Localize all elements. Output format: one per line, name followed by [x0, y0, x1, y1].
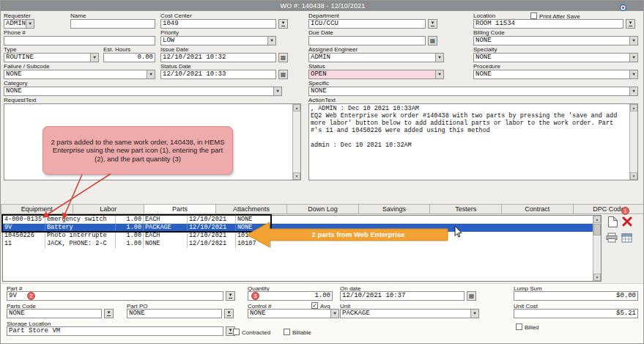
phone-input[interactable]: [4, 36, 155, 45]
tab-dpc-code[interactable]: DPC Code: [573, 204, 644, 214]
tab-down-log[interactable]: Down Log: [286, 204, 358, 214]
chevron-down-icon[interactable]: ▼: [629, 70, 637, 78]
parts-code-lookup-button[interactable]: ▼: [104, 309, 114, 318]
part-po-input[interactable]: NONE: [127, 309, 222, 318]
parts-code-input[interactable]: NONE: [7, 309, 102, 318]
calendar-icon: ▦: [430, 38, 436, 44]
procedure-select[interactable]: NONE▼: [473, 70, 638, 79]
issue-date-calendar-button[interactable]: ▦: [278, 53, 288, 62]
scrollbar-thumb[interactable]: [593, 224, 601, 235]
on-date-input[interactable]: 12/10/2021 10:37: [340, 291, 465, 301]
annotation-badge-1: 1: [621, 207, 629, 215]
scroll-down-icon[interactable]: ▼: [593, 274, 601, 281]
billable-checkbox[interactable]: [284, 329, 290, 335]
tab-attachments[interactable]: Attachments: [215, 204, 287, 214]
new-part-button[interactable]: [606, 215, 619, 228]
location-input[interactable]: ROOM 11534: [473, 19, 623, 29]
tab-bar: Equipment Labor Parts Attachments Down L…: [1, 204, 644, 214]
avg-checkbox[interactable]: ✓: [311, 302, 318, 309]
status-date-label: Status Date: [160, 63, 191, 70]
status-select[interactable]: OPEN▼: [308, 70, 444, 79]
delete-part-button[interactable]: [621, 215, 634, 228]
lookup-arrow-icon: ▼: [227, 311, 232, 316]
tab-equipment[interactable]: Equipment: [1, 204, 73, 214]
tab-contract[interactable]: Contract: [501, 204, 573, 214]
cost-center-lookup-button[interactable]: ▼: [278, 19, 288, 29]
priority-select[interactable]: LOW▼: [160, 36, 276, 45]
control-number-select[interactable]: NONE▼: [248, 309, 339, 318]
tab-parts[interactable]: Parts: [144, 204, 215, 214]
scroll-up-icon[interactable]: ▲: [293, 104, 300, 111]
quantity-input[interactable]: 1.00: [248, 291, 333, 301]
part-number-lookup-button[interactable]: ▼: [226, 291, 235, 301]
print-after-save-checkbox[interactable]: [530, 12, 537, 19]
parts-row[interactable]: 11 JACK, PHONE: 2-C 1.00 NONE 12/10/2021…: [3, 240, 593, 248]
storage-location-input[interactable]: Part Store VM: [7, 326, 223, 336]
calendar-icon: ▦: [281, 72, 286, 78]
type-select[interactable]: ROUTINE▼: [4, 53, 99, 62]
parts-row-selected[interactable]: 9V Battery 1.00 PACKAGE 12/10/2021 NONE: [3, 224, 593, 232]
specialty-label: Specialty: [473, 46, 497, 53]
scroll-down-icon[interactable]: ▼: [630, 172, 637, 180]
billing-code-select[interactable]: NONE▼: [473, 36, 638, 45]
grid-view-button[interactable]: [620, 231, 633, 244]
scroll-up-icon[interactable]: ▲: [593, 216, 601, 223]
due-date-calendar-button[interactable]: ▦: [428, 36, 437, 45]
cost-center-input[interactable]: 1049: [160, 19, 276, 29]
parts-grid-scrollbar[interactable]: ▲ ▼: [593, 216, 601, 281]
requester-select[interactable]: ADMIN▼: [4, 19, 34, 29]
chevron-down-icon[interactable]: ▼: [330, 310, 338, 318]
specific-select[interactable]: NONE▼: [308, 87, 638, 96]
issue-date-input[interactable]: 12/10/2021 10:32: [160, 53, 276, 62]
unit-cost-input[interactable]: $5.21: [514, 309, 638, 318]
tab-savings[interactable]: Savings: [358, 204, 430, 214]
chevron-down-icon[interactable]: ▼: [90, 54, 98, 62]
chevron-down-icon[interactable]: ▼: [273, 87, 281, 95]
status-date-calendar-button[interactable]: ▦: [278, 70, 288, 79]
billed-checkbox[interactable]: [516, 323, 522, 330]
chevron-down-icon[interactable]: ▼: [435, 70, 443, 78]
on-date-calendar-button[interactable]: ▦: [467, 291, 476, 301]
print-after-save-label: Print After Save: [539, 13, 580, 20]
print-part-button[interactable]: [605, 231, 618, 244]
chevron-down-icon[interactable]: ▼: [26, 20, 34, 28]
lookup-arrow-icon: ▼: [281, 21, 286, 26]
est-hours-input[interactable]: 0.00: [103, 53, 155, 62]
chevron-down-icon[interactable]: ▼: [629, 37, 637, 45]
scrollbar[interactable]: ▲▼: [292, 104, 300, 180]
chevron-down-icon[interactable]: ▼: [470, 310, 478, 318]
title-bar-icon[interactable]: [619, 1, 627, 15]
location-lookup-button[interactable]: ▼: [626, 19, 635, 29]
due-date-input[interactable]: [308, 36, 426, 45]
lump-sum-input[interactable]: $0.00: [514, 291, 638, 301]
assigned-engineer-select[interactable]: ADMIN▼: [308, 53, 444, 62]
category-label: Category: [4, 80, 27, 87]
part-po-lookup-button[interactable]: ▼: [224, 309, 234, 318]
lookup-arrow-icon: ▼: [107, 311, 111, 316]
scroll-up-icon[interactable]: ▲: [630, 104, 637, 111]
tab-testers[interactable]: Testers: [429, 204, 501, 214]
department-lookup-button[interactable]: ▼: [428, 19, 437, 29]
category-select[interactable]: NONE▼: [4, 87, 282, 96]
chevron-down-icon[interactable]: ▼: [147, 70, 155, 78]
status-date-input[interactable]: 12/10/2021 10:33: [160, 70, 276, 79]
parts-row[interactable]: 10450226 Photo interrupte 1.00 EACH 12/1…: [3, 232, 593, 240]
chevron-down-icon[interactable]: ▼: [629, 87, 637, 95]
calendar-icon: ▦: [281, 55, 286, 61]
chevron-down-icon[interactable]: ▼: [629, 54, 637, 62]
failure-subcode-select[interactable]: NONE▼: [4, 70, 155, 79]
parts-row[interactable]: 4-000-0135 emergency switch 1.00 EACH 12…: [3, 216, 593, 224]
tab-labor[interactable]: Labor: [73, 204, 144, 214]
unit-select[interactable]: PACKAGE▼: [340, 309, 479, 318]
specialty-select[interactable]: NONE▼: [473, 53, 638, 62]
requester-value: ADMIN: [6, 20, 26, 27]
scroll-down-icon[interactable]: ▼: [293, 172, 300, 180]
part-number-input[interactable]: 9V: [7, 291, 223, 301]
contracted-checkbox[interactable]: [233, 329, 240, 335]
chevron-down-icon[interactable]: ▼: [267, 37, 275, 45]
scrollbar[interactable]: ▲▼: [629, 104, 637, 180]
action-text-area[interactable]: , ADMIN : Dec 10 2021 10:33AM EQ2 Web En…: [308, 103, 638, 180]
name-input[interactable]: [70, 19, 155, 29]
chevron-down-icon[interactable]: ▼: [435, 54, 443, 62]
department-input[interactable]: ICU/CCU: [308, 19, 426, 29]
